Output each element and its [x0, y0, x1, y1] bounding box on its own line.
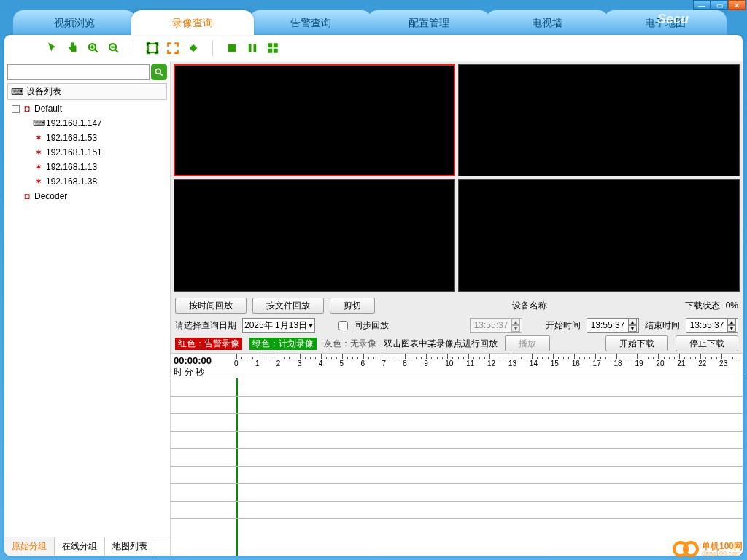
- spin-up-icon[interactable]: ▲: [727, 319, 736, 325]
- download-status-value: 0%: [726, 300, 738, 311]
- start-time-value[interactable]: [589, 320, 627, 330]
- rotate-icon[interactable]: [185, 39, 202, 57]
- svg-point-11: [155, 69, 160, 74]
- hand-tool-icon[interactable]: [64, 39, 82, 57]
- playhead[interactable]: [236, 378, 238, 556]
- svg-rect-9: [268, 48, 272, 52]
- timeline-timecode: 00:00:00: [174, 355, 233, 366]
- bottom-tab-original[interactable]: 原始分组: [4, 537, 55, 556]
- sidebar-bottom-tabs: 原始分组 在线分组 地图列表: [4, 537, 170, 556]
- tree-device[interactable]: 192.168.1.147: [46, 118, 102, 128]
- end-time-input[interactable]: ▲▼: [686, 318, 738, 332]
- tick-label: 9: [424, 359, 428, 368]
- tree-group-default[interactable]: Default: [34, 104, 62, 114]
- zoom-in-icon[interactable]: [85, 39, 102, 57]
- end-time-value[interactable]: [688, 320, 726, 330]
- tick-label: 7: [382, 359, 386, 368]
- tick-label: 11: [466, 359, 474, 368]
- tick-label: 12: [487, 359, 495, 368]
- playback-by-time-button[interactable]: 按时间回放: [175, 298, 247, 314]
- tree-device[interactable]: 192.168.1.53: [46, 133, 97, 143]
- timeline[interactable]: 00:00:00 时 分 秒 0123456789101112131415161…: [171, 353, 743, 556]
- start-time-label: 开始时间: [546, 319, 581, 332]
- tick-label: 17: [593, 359, 601, 368]
- date-picker[interactable]: 2025年 1月13日 ▾: [242, 318, 315, 332]
- tick-label: 13: [508, 359, 516, 368]
- video-cell-2[interactable]: [458, 64, 740, 176]
- video-grid: [171, 61, 743, 295]
- tab-alarm-query[interactable]: 告警查询: [249, 10, 372, 35]
- video-cell-3[interactable]: [174, 179, 455, 292]
- group-icon: ◘: [22, 191, 32, 201]
- tick-label: 6: [361, 359, 365, 368]
- spin-up-icon[interactable]: ▲: [628, 319, 637, 325]
- device-list-header: ⌨ 设备列表: [7, 83, 167, 100]
- timeline-units: 时 分 秒: [174, 366, 233, 378]
- tick-label: 4: [319, 359, 323, 368]
- bottom-tab-online[interactable]: 在线分组: [55, 537, 105, 556]
- watermark: 单机100网danji100.com: [673, 540, 743, 557]
- select-date-label: 请选择查询日期: [175, 319, 236, 332]
- spin-down-icon[interactable]: ▼: [511, 325, 520, 332]
- legend-red: 红色：告警录像: [175, 338, 242, 350]
- stop-download-button[interactable]: 停止下载: [676, 335, 738, 351]
- tick-label: 2: [276, 359, 281, 368]
- play-button: 播放: [505, 335, 550, 351]
- tab-tv-wall[interactable]: 电视墙: [486, 10, 608, 35]
- start-time-input[interactable]: ▲▼: [587, 318, 639, 332]
- tick-label: 0: [234, 359, 239, 368]
- stop-icon[interactable]: [223, 39, 241, 57]
- tick-label: 5: [340, 359, 344, 368]
- tab-record-query[interactable]: 录像查询: [131, 10, 254, 35]
- search-input[interactable]: [7, 64, 150, 80]
- device-list-label: 设备列表: [26, 85, 61, 98]
- toolbar: [4, 35, 743, 61]
- svg-rect-6: [254, 44, 257, 52]
- search-button[interactable]: [151, 64, 167, 80]
- svg-rect-4: [228, 44, 236, 52]
- time-input-1[interactable]: ▲▼: [470, 318, 522, 332]
- tree-collapse-icon[interactable]: −: [12, 105, 20, 113]
- tab-config[interactable]: 配置管理: [368, 10, 490, 35]
- start-download-button[interactable]: 开始下载: [605, 335, 668, 351]
- pause-icon[interactable]: [244, 39, 261, 57]
- tree-device[interactable]: 192.168.1.151: [46, 147, 102, 158]
- fit-screen-icon[interactable]: [164, 39, 182, 57]
- spin-down-icon[interactable]: ▼: [628, 325, 637, 332]
- tick-label: 21: [677, 359, 685, 368]
- tick-label: 8: [403, 359, 407, 368]
- video-cell-1[interactable]: [174, 64, 455, 176]
- tree-decoder[interactable]: Decoder: [34, 191, 67, 201]
- device-status-icon: ✶: [34, 133, 44, 143]
- tree-device[interactable]: 192.168.1.13: [46, 162, 97, 172]
- calendar-dropdown-icon[interactable]: ▾: [309, 320, 313, 330]
- zoom-out-icon[interactable]: [105, 39, 123, 57]
- tree-device[interactable]: 192.168.1.38: [46, 176, 97, 187]
- device-status-icon: ⌨: [34, 118, 44, 128]
- spin-down-icon[interactable]: ▼: [727, 325, 736, 332]
- keyboard-icon: ⌨: [11, 87, 23, 97]
- device-tree: − ◘ Default ⌨192.168.1.147✶192.168.1.53✶…: [4, 100, 170, 537]
- grid-layout-icon[interactable]: [264, 39, 282, 57]
- bottom-tab-map[interactable]: 地图列表: [105, 537, 155, 556]
- pointer-tool-icon[interactable]: [44, 39, 61, 57]
- svg-rect-8: [274, 43, 278, 47]
- sync-playback-label: 同步回放: [354, 319, 389, 332]
- brand-logo: Secu: [657, 12, 689, 27]
- svg-rect-3: [190, 44, 198, 52]
- playback-by-file-button[interactable]: 按文件回放: [252, 298, 324, 314]
- spin-up-icon[interactable]: ▲: [511, 319, 520, 325]
- main-tabs: 视频浏览 录像查询 告警查询 配置管理 电视墙 电子地图 Secu: [0, 7, 747, 35]
- legend-gray: 灰色：无录像: [324, 338, 376, 350]
- date-value: 2025年 1月13日: [244, 319, 307, 332]
- legend-green: 绿色：计划录像: [249, 338, 317, 350]
- sync-playback-checkbox[interactable]: [338, 321, 348, 330]
- cut-button[interactable]: 剪切: [330, 298, 375, 314]
- watermark-logo-icon: [673, 541, 699, 557]
- tab-video-browse[interactable]: 视频浏览: [13, 10, 136, 35]
- tick-label: 16: [572, 359, 580, 368]
- video-cell-4[interactable]: [458, 179, 740, 292]
- device-status-icon: ✶: [34, 147, 44, 158]
- timeline-ruler[interactable]: 01234567891011121314151617181920212223: [236, 354, 743, 378]
- fullscreen-icon[interactable]: [144, 39, 161, 57]
